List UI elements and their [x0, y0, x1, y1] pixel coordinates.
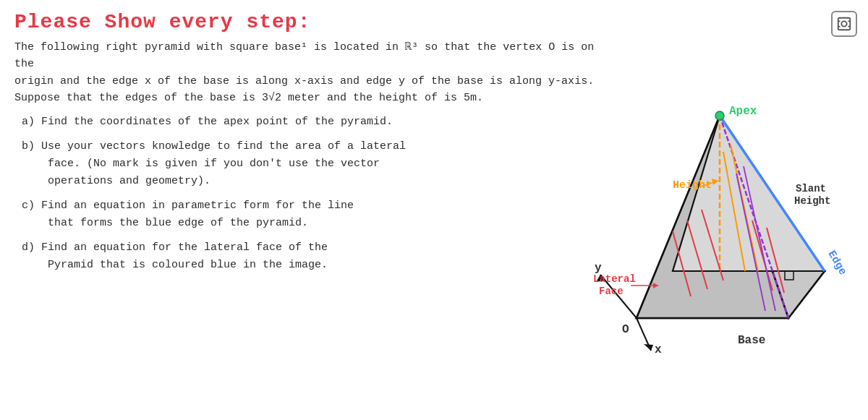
svg-text:Base: Base: [738, 334, 765, 347]
question-c: c) Find an equation in parametric form f…: [14, 197, 564, 232]
svg-text:O: O: [622, 323, 629, 336]
main-page: Please Show every step: The following ri…: [0, 0, 868, 420]
svg-text:y: y: [595, 262, 602, 275]
svg-point-23: [715, 111, 724, 120]
svg-text:Lateral: Lateral: [593, 273, 636, 285]
questions-list: a) Find the coordinates of the apex poin…: [14, 113, 564, 281]
pyramid-diagram: Apex Height Slant Height Lateral Face Ed…: [579, 87, 846, 354]
svg-text:Height: Height: [794, 195, 830, 207]
problem-description: The following right pyramid with square …: [14, 39, 608, 106]
svg-text:Edge: Edge: [825, 249, 846, 278]
question-b: b) Use your vectors knowledge to find th…: [14, 138, 564, 190]
svg-text:x: x: [655, 343, 662, 354]
screenshot-icon[interactable]: [831, 11, 857, 37]
question-d: d) Find an equation for the lateral face…: [14, 239, 564, 274]
page-title: Please Show every step:: [14, 11, 854, 33]
svg-text:Face: Face: [599, 286, 624, 297]
question-a: a) Find the coordinates of the apex poin…: [14, 113, 564, 131]
svg-text:Slant: Slant: [796, 183, 826, 194]
svg-marker-28: [644, 344, 653, 351]
svg-rect-0: [838, 18, 851, 30]
svg-point-1: [841, 21, 846, 26]
svg-text:Apex: Apex: [729, 105, 757, 118]
